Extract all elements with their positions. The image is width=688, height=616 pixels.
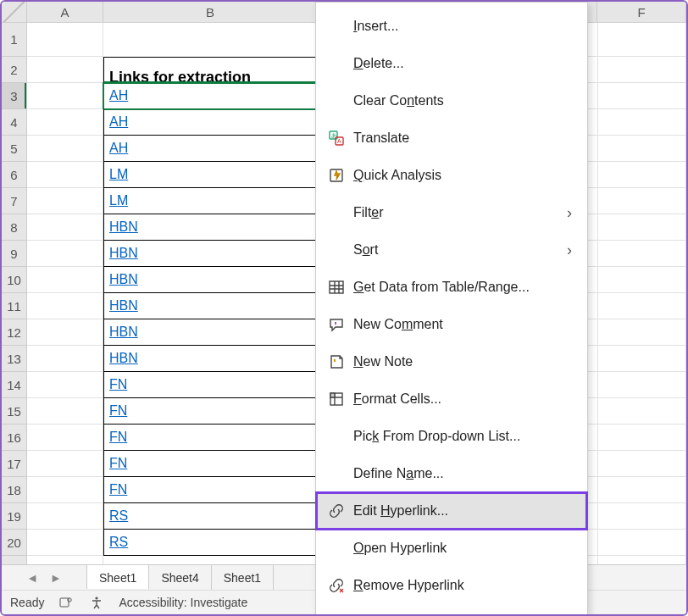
tab-nav[interactable]: ◄ ► (2, 565, 86, 590)
cell[interactable] (27, 451, 103, 477)
row-header[interactable]: 2 (2, 57, 27, 83)
hyperlink-cell[interactable]: FN (109, 482, 127, 497)
row-header[interactable]: 1 (2, 23, 27, 57)
menu-item[interactable]: Delete... (316, 45, 587, 82)
cell[interactable]: AH (103, 109, 318, 136)
cell[interactable] (27, 372, 103, 398)
cell[interactable] (597, 293, 686, 319)
cell[interactable]: FN (103, 451, 318, 477)
table-header-cell[interactable]: Links for extraction (103, 57, 318, 83)
cell[interactable]: HBN (103, 293, 318, 319)
hyperlink-cell[interactable]: AH (109, 88, 128, 103)
hyperlink-cell[interactable]: FN (109, 377, 127, 391)
cell[interactable] (597, 136, 686, 162)
cell[interactable] (27, 503, 103, 530)
cell[interactable] (597, 425, 686, 451)
menu-item[interactable]: Get Data from Table/Range... (316, 269, 587, 306)
cell[interactable] (597, 451, 686, 477)
row-header[interactable]: 14 (2, 372, 27, 398)
sheet-tab[interactable]: Sheet4 (149, 565, 211, 590)
row-header[interactable]: 19 (2, 503, 27, 530)
menu-item[interactable]: あATranslate (316, 119, 587, 157)
row-header[interactable]: 16 (2, 425, 27, 451)
cell[interactable] (27, 83, 103, 109)
cell[interactable] (27, 109, 103, 136)
cell[interactable]: AH (103, 83, 318, 109)
cell[interactable] (597, 319, 686, 346)
row-header[interactable]: 3 (2, 83, 27, 109)
hyperlink-cell[interactable]: HBN (109, 351, 138, 365)
macro-record-icon[interactable] (58, 596, 75, 609)
hyperlink-cell[interactable]: LM (109, 193, 128, 208)
hyperlink-cell[interactable]: HBN (109, 298, 138, 313)
menu-item[interactable]: Format Cells... (316, 380, 587, 418)
row-header[interactable]: 18 (2, 477, 27, 503)
hyperlink-cell[interactable]: RS (109, 508, 128, 523)
cell[interactable]: FN (103, 477, 318, 503)
hyperlink-cell[interactable]: AH (109, 141, 128, 155)
cell[interactable]: FN (103, 425, 318, 451)
row-header[interactable]: 15 (2, 398, 27, 425)
menu-item[interactable]: New Comment (316, 306, 587, 343)
cell[interactable] (597, 346, 686, 372)
cell[interactable] (27, 162, 103, 188)
menu-item[interactable]: Edit Hyperlink... (316, 492, 587, 530)
row-header[interactable]: 8 (2, 214, 27, 241)
sheet-tab[interactable]: Sheet1 (212, 565, 274, 590)
cell[interactable] (597, 188, 686, 214)
cell[interactable]: FN (103, 398, 318, 425)
cell[interactable] (27, 57, 103, 83)
cell[interactable] (27, 267, 103, 293)
row-header[interactable]: 5 (2, 136, 27, 162)
cell[interactable] (597, 83, 686, 109)
cell[interactable] (597, 162, 686, 188)
cell[interactable] (27, 319, 103, 346)
row-header[interactable]: 17 (2, 451, 27, 477)
menu-item[interactable]: Quick Analysis (316, 157, 587, 194)
row-header[interactable]: 9 (2, 241, 27, 267)
cell[interactable]: LM (103, 162, 318, 188)
hyperlink-cell[interactable]: FN (109, 456, 127, 470)
cell[interactable] (27, 293, 103, 319)
cell[interactable] (27, 241, 103, 267)
cell[interactable]: AH (103, 136, 318, 162)
row-header[interactable]: 13 (2, 346, 27, 372)
menu-item[interactable]: Filter› (316, 194, 587, 231)
cell[interactable] (27, 188, 103, 214)
row-header[interactable]: 11 (2, 293, 27, 319)
cell[interactable]: HBN (103, 319, 318, 346)
hyperlink-cell[interactable]: HBN (109, 246, 138, 260)
cell[interactable] (597, 530, 686, 556)
cell[interactable] (27, 214, 103, 241)
cell[interactable] (597, 57, 686, 83)
col-header-a[interactable]: A (27, 2, 103, 22)
row-header[interactable]: 4 (2, 109, 27, 136)
cell[interactable]: RS (103, 530, 318, 556)
cell[interactable] (597, 372, 686, 398)
row-header[interactable]: 7 (2, 188, 27, 214)
cell[interactable]: HBN (103, 214, 318, 241)
cell[interactable] (27, 398, 103, 425)
hyperlink-cell[interactable]: FN (109, 403, 127, 418)
cell[interactable]: RS (103, 503, 318, 530)
cell[interactable] (597, 109, 686, 136)
row-header[interactable]: 20 (2, 530, 27, 556)
hyperlink-cell[interactable]: HBN (109, 272, 138, 286)
col-header-f[interactable]: F (597, 2, 686, 22)
cell[interactable] (597, 214, 686, 241)
accessibility-icon[interactable] (88, 596, 105, 609)
hyperlink-cell[interactable]: RS (109, 535, 128, 549)
cell[interactable] (27, 530, 103, 556)
cell[interactable] (597, 267, 686, 293)
cell[interactable]: HBN (103, 241, 318, 267)
cell[interactable] (27, 425, 103, 451)
tab-next-icon[interactable]: ► (50, 571, 62, 585)
cell[interactable] (597, 477, 686, 503)
menu-item[interactable]: Pick From Drop-down List... (316, 418, 587, 455)
cell[interactable] (597, 503, 686, 530)
hyperlink-cell[interactable]: LM (109, 167, 128, 181)
menu-item[interactable]: Clear Contents (316, 82, 587, 119)
cell[interactable] (27, 136, 103, 162)
cell[interactable] (597, 241, 686, 267)
cell[interactable] (597, 398, 686, 425)
